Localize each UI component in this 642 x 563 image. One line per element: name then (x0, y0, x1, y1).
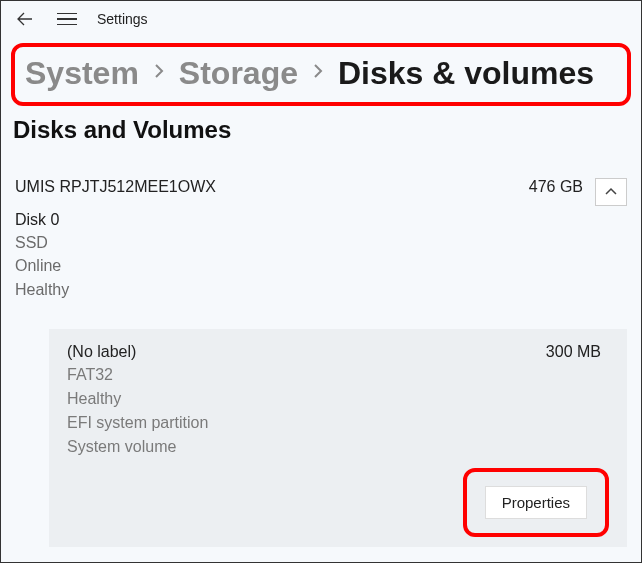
chevron-up-icon (604, 187, 618, 197)
breadcrumb: System Storage Disks & volumes (25, 55, 617, 92)
back-button[interactable] (13, 7, 37, 31)
breadcrumb-system[interactable]: System (25, 55, 139, 92)
volume-health: Healthy (67, 387, 609, 411)
breadcrumb-highlight: System Storage Disks & volumes (11, 43, 631, 106)
disk-size: 476 GB (529, 178, 583, 196)
chevron-right-icon (153, 62, 165, 85)
breadcrumb-current: Disks & volumes (338, 55, 594, 92)
properties-button[interactable]: Properties (485, 486, 587, 519)
volume-role: System volume (67, 435, 609, 459)
volume-filesystem: FAT32 (67, 363, 609, 387)
breadcrumb-storage[interactable]: Storage (179, 55, 298, 92)
volume-label: (No label) (67, 343, 546, 361)
volume-size: 300 MB (546, 343, 601, 361)
menu-button[interactable] (57, 9, 77, 29)
collapse-button[interactable] (595, 178, 627, 206)
chevron-right-icon (312, 62, 324, 85)
volume-partition-type: EFI system partition (67, 411, 609, 435)
disk-status-online: Online (15, 254, 627, 277)
page-title: Disks and Volumes (13, 116, 641, 144)
volume-card: (No label) 300 MB FAT32 Healthy EFI syst… (49, 329, 627, 547)
disk-type: SSD (15, 231, 627, 254)
disk-entry: UMIS RPJTJ512MEE1OWX 476 GB Disk 0 SSD O… (15, 178, 627, 301)
app-title: Settings (97, 11, 148, 27)
properties-highlight: Properties (463, 468, 609, 537)
disk-name: UMIS RPJTJ512MEE1OWX (15, 178, 529, 196)
disk-index: Disk 0 (15, 208, 627, 231)
back-arrow-icon (17, 11, 33, 27)
disk-status-healthy: Healthy (15, 278, 627, 301)
